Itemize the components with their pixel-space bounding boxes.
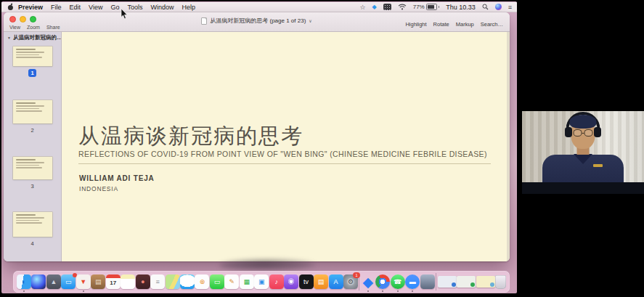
toolbar-button[interactable]: Highlight (405, 21, 426, 28)
window-body: ▼ 从温病对新冠病的… 1 (4, 32, 510, 261)
page-thumbnail[interactable] (13, 100, 52, 123)
dock-minimized-window-3[interactable] (476, 276, 495, 288)
dock-numbers[interactable]: ▦ (240, 274, 254, 289)
zoom-button[interactable] (30, 16, 36, 23)
dock-siri[interactable] (31, 274, 46, 289)
dock-icon-glyph: ▬ (409, 279, 416, 285)
keyboard-icon[interactable] (383, 4, 391, 10)
webcam-video (522, 111, 644, 182)
wifi-icon[interactable] (398, 4, 407, 10)
sidebar-header[interactable]: ▼ 从温病对新冠病的… (4, 32, 61, 42)
webcam-tile (517, 0, 644, 297)
dock-minimized-window-1[interactable] (438, 276, 457, 288)
dock-photos[interactable]: ⊛ (195, 274, 209, 289)
dock-minimized-window-2[interactable] (457, 276, 476, 288)
dock-notes[interactable] (121, 274, 135, 289)
menu-item[interactable]: Edit (70, 4, 81, 11)
dock-system-preferences[interactable]: ⚙ 1 (343, 274, 358, 289)
diamond-status-icon[interactable]: ◆ (372, 4, 377, 10)
dock-calendar[interactable]: 17 (106, 274, 121, 289)
dock-launchpad[interactable]: ▲ (46, 274, 61, 289)
battery-icon-nub (439, 6, 440, 8)
toolbar-button[interactable]: Search… (481, 21, 503, 28)
slide-location: INDONESIA (79, 185, 118, 192)
menu-bar-clock[interactable]: Thu 10.33 (446, 4, 476, 11)
dock-contacts[interactable]: ▤ (91, 274, 105, 289)
dock-music[interactable]: ♪ (269, 274, 284, 289)
dock-icon-glyph: ▼ (80, 279, 86, 285)
glasses-lens (584, 129, 593, 137)
menu-item[interactable]: View (89, 4, 102, 11)
page-thumbnail[interactable] (13, 46, 52, 66)
dock-whatsapp[interactable]: ☎ (391, 274, 405, 289)
slide-subtitle: REFLECTIONS OF COVID-19 FROM POINT VIEW … (78, 150, 487, 158)
menu-item[interactable]: Tools (127, 4, 142, 11)
dock-facetime[interactable]: ▭ (210, 274, 224, 289)
menu-item[interactable]: Help (182, 4, 195, 11)
toolbar-button[interactable]: Zoom (27, 25, 40, 30)
favorites-icon[interactable]: ☆ (359, 4, 365, 11)
menu-bar: PreviewFileEditViewGoToolsWindowHelp ☆ ◆… (1, 2, 517, 12)
menu-item[interactable]: File (51, 4, 62, 11)
dock-display-capture[interactable] (420, 274, 435, 289)
webcam-lower-strip (522, 182, 644, 194)
siri-icon[interactable] (495, 4, 502, 10)
thumbnail-text-line (16, 165, 39, 166)
dock-chrome[interactable] (375, 274, 390, 289)
thumbnail-text-line (16, 57, 43, 58)
window-title[interactable]: 从温病对新冠病的思考 (page 1 of 23) (210, 17, 306, 25)
page-2[interactable]: 2 (13, 100, 52, 134)
dock-icon-glyph: ▤ (95, 279, 102, 285)
dock-icon-glyph: tv (303, 279, 309, 285)
thumbnail-text-line (16, 102, 36, 104)
dock-reminders[interactable]: ≡ (150, 274, 165, 289)
page-1[interactable]: 1 (13, 46, 52, 77)
dock-trash[interactable] (495, 275, 506, 289)
notification-center-icon[interactable]: ≡ (508, 4, 511, 11)
apple-menu-icon[interactable] (7, 3, 14, 11)
dock-zoom[interactable]: ▬ (405, 274, 420, 289)
page-thumbnail[interactable] (13, 157, 52, 179)
thumbnail-text-line (16, 214, 36, 216)
toolbar-button[interactable]: Rotate (433, 21, 449, 28)
dock-icon-glyph: ⊛ (200, 279, 205, 285)
thumbnail-text-line (16, 159, 36, 160)
dock-app-store[interactable]: A (329, 274, 343, 289)
page-3[interactable]: 3 (13, 157, 52, 190)
spotlight-search-icon[interactable] (482, 4, 489, 10)
dock-finder[interactable]: ◐ (17, 274, 31, 289)
dock-messages[interactable] (180, 274, 195, 289)
toolbar-button[interactable]: View (9, 25, 20, 30)
dock-icon-glyph: A (334, 279, 338, 285)
menu-bar-status: ☆ ◆ 77% Thu 10.33 (359, 4, 511, 11)
dock-podcasts[interactable] (284, 274, 298, 289)
page-number-label: 1 (28, 69, 36, 77)
scrollbar-track[interactable] (507, 32, 510, 261)
dock-keynote[interactable]: ▣ (254, 274, 269, 289)
dock-icon-glyph: ▣ (258, 279, 265, 285)
dock-brave[interactable]: ▼ (76, 274, 91, 289)
menu-item[interactable]: Go (110, 4, 119, 11)
page-4[interactable]: 4 (13, 212, 52, 248)
menu-item[interactable]: Preview (18, 4, 43, 11)
menu-item[interactable]: Window (150, 4, 174, 11)
presenter-person (522, 111, 644, 182)
battery-icon (426, 4, 437, 10)
dock-tv[interactable]: tv (299, 274, 314, 289)
toolbar-button[interactable]: Markup (456, 21, 474, 28)
battery-indicator[interactable]: 77% (413, 4, 440, 10)
close-button[interactable] (9, 16, 16, 23)
dock-maps[interactable] (166, 274, 180, 289)
minimize-button[interactable] (20, 16, 26, 23)
dock-icon-glyph: ◆ (363, 275, 374, 289)
thumbnail-text-line (16, 54, 39, 56)
page-thumbnail[interactable] (13, 212, 52, 237)
toolbar-button[interactable]: Share (46, 25, 60, 30)
disclosure-triangle-icon[interactable]: ▼ (7, 36, 11, 40)
dock-icon-glyph: ♪ (274, 279, 278, 285)
dock-blue-diamond-app[interactable]: ◆ (361, 274, 375, 289)
dock-books[interactable]: ▤ (314, 274, 328, 289)
dock-pages[interactable]: ✎ (224, 274, 239, 289)
dock-mail[interactable]: ▭ (61, 274, 76, 289)
dock-photo-booth[interactable]: ● (136, 274, 150, 289)
